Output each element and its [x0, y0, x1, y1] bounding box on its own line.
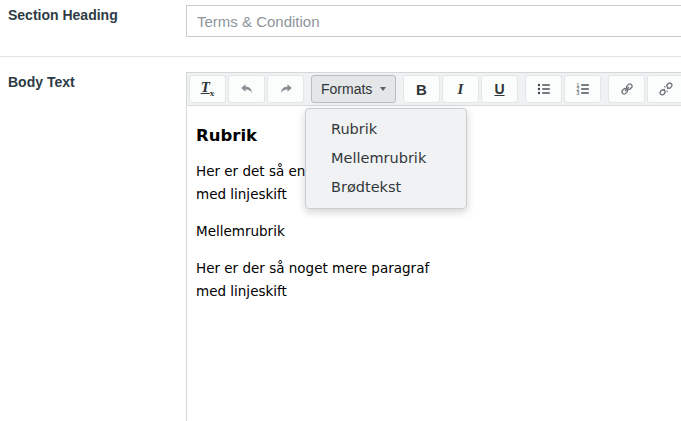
bullet-list-icon [536, 81, 552, 97]
svg-text:3: 3 [576, 90, 579, 96]
undo-button[interactable] [228, 75, 265, 103]
italic-button-label: I [458, 81, 464, 98]
content-line: med linjeskift [196, 280, 677, 303]
menu-item-mellemrubrik[interactable]: Mellemrubrik [306, 144, 466, 173]
content-paragraph: Her er der så noget mere paragraf med li… [196, 257, 677, 303]
section-heading-input[interactable] [186, 5, 681, 37]
underline-button[interactable]: U [481, 75, 518, 103]
redo-icon [278, 81, 294, 97]
clear-formatting-icon: Tx [201, 80, 215, 98]
editor-toolbar: Tx Formats B I U [187, 73, 681, 106]
insert-link-button[interactable] [608, 75, 645, 103]
content-paragraph: Mellemrubrik [196, 220, 677, 243]
formats-menu: Rubrik Mellemrubrik Brødtekst [305, 108, 467, 209]
section-heading-label: Section Heading [8, 7, 118, 23]
body-text-label: Body Text [8, 74, 75, 90]
menu-item-broedtekst[interactable]: Brødtekst [306, 173, 466, 202]
redo-button[interactable] [267, 75, 304, 103]
formats-button-label: Formats [321, 81, 372, 97]
undo-icon [239, 81, 255, 97]
bold-button-label: B [416, 81, 427, 98]
chevron-down-icon [380, 87, 386, 91]
menu-item-rubrik[interactable]: Rubrik [306, 115, 466, 144]
underline-button-label: U [494, 81, 504, 97]
formats-dropdown-button[interactable]: Formats [311, 75, 396, 103]
bullet-list-button[interactable] [525, 75, 562, 103]
remove-link-button[interactable] [647, 75, 681, 103]
numbered-list-button[interactable]: 1 2 3 [564, 75, 601, 103]
link-icon [619, 81, 635, 97]
numbered-list-icon: 1 2 3 [575, 81, 591, 97]
bold-button[interactable]: B [403, 75, 440, 103]
italic-button[interactable]: I [442, 75, 479, 103]
content-line: Her er der så noget mere paragraf [196, 257, 677, 280]
clear-formatting-button[interactable]: Tx [189, 75, 226, 103]
content-line: Mellemrubrik [196, 220, 677, 243]
unlink-icon [658, 81, 674, 97]
row-divider [0, 56, 681, 57]
